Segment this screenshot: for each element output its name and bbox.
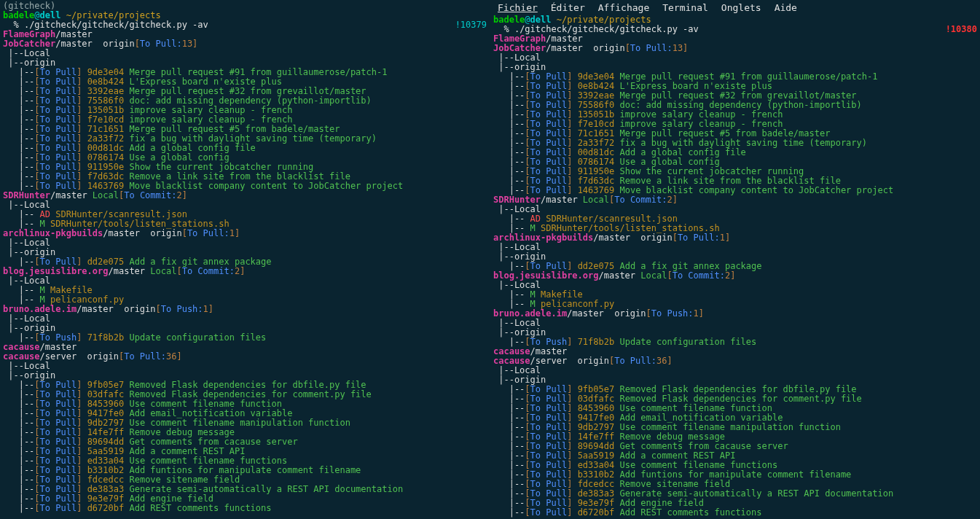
commit-line: |--[To Pull] d6720bf Add REST comments f…	[493, 508, 977, 518]
menu-help[interactable]: Aide	[775, 3, 797, 12]
repo-header: cacause/server origin[To Pull:36]	[3, 352, 487, 362]
menu-file[interactable]: Fichier	[498, 3, 538, 12]
history-number: !10380	[946, 25, 977, 34]
hostname: dell	[40, 10, 61, 20]
command-output: FlameGraph/masterJobCatcher/master origi…	[3, 30, 487, 513]
menubar: Fichier Éditer Affichage Terminal Onglet…	[493, 1, 977, 15]
menu-tabs[interactable]: Onglets	[721, 3, 761, 12]
commit-line: |--[To Pull] d6720bf Add REST comments f…	[3, 504, 487, 513]
repo-header: archlinux-pkgbuilds/master origin[To Pul…	[493, 233, 977, 243]
repo-header: bruno.adele.im/master origin[To Push:1]	[493, 309, 977, 319]
terminal-pane-right[interactable]: Fichier Éditer Affichage Terminal Onglet…	[490, 0, 980, 519]
command-text: ./gitcheck/gitcheck/gitcheck.py -av	[514, 24, 699, 34]
repo-header: SDRHunter/master Local[To Commit:2]	[493, 195, 977, 205]
repo-header: JobCatcher/master origin[To Pull:13]	[493, 44, 977, 53]
tree-local: |--Local	[493, 366, 977, 375]
repo-header: JobCatcher/master origin[To Pull:13]	[3, 39, 487, 49]
cwd-path: ~/private/projects	[61, 10, 161, 20]
command-text: ./gitcheck/gitcheck/gitcheck.py -av	[24, 20, 208, 30]
tree-local: |--Local	[3, 362, 487, 371]
hostname: dell	[530, 15, 552, 25]
tree-local: |--Local	[3, 314, 487, 324]
username: badele	[3, 10, 34, 20]
gitcheck-label: (gitcheck)	[3, 1, 55, 11]
repo-header: archlinux-pkgbuilds/master origin[To Pul…	[3, 229, 487, 238]
cwd-path: ~/private/projects	[552, 15, 651, 25]
terminal-pane-left[interactable]: (gitcheck) badele@dell ~/private/project…	[0, 0, 490, 519]
command-output: FlameGraph/masterJobCatcher/master origi…	[493, 34, 977, 518]
tree-local: |--Local	[3, 49, 487, 58]
history-number: !10379	[455, 20, 487, 30]
tree-local: |--Local	[493, 319, 977, 328]
repo-header: blog.jesuislibre.org/master Local[To Com…	[493, 271, 977, 281]
repo-header: blog.jesuislibre.org/master Local[To Com…	[3, 267, 487, 276]
menu-terminal[interactable]: Terminal	[662, 3, 708, 12]
repo-header: bruno.adele.im/master origin[To Push:1]	[3, 305, 487, 314]
repo-header: SDRHunter/master Local[To Commit:2]	[3, 191, 487, 200]
menu-view[interactable]: Affichage	[598, 3, 649, 12]
tree-local: |--Local	[3, 238, 487, 248]
username: badele	[493, 15, 525, 25]
repo-header: cacause/server origin[To Pull:36]	[493, 356, 977, 366]
tree-local: |--Local	[493, 53, 977, 63]
menu-edit[interactable]: Éditer	[551, 3, 585, 12]
tree-local: |--Local	[493, 243, 977, 252]
